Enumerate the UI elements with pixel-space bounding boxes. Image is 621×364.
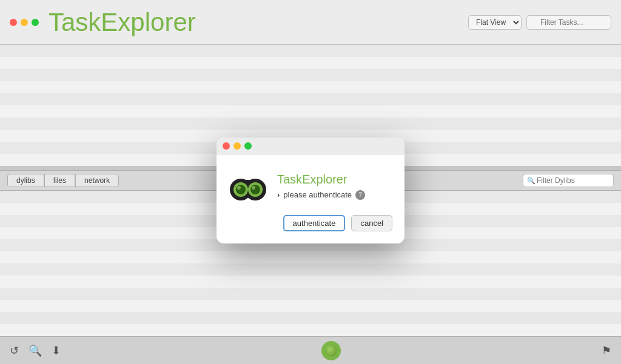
- tab-dylibs[interactable]: dylibs: [7, 174, 44, 187]
- modal-titlebar: [217, 137, 404, 154]
- tab-filter-icon: 🔍: [527, 177, 535, 185]
- app-center-icon[interactable]: [321, 341, 341, 360]
- stripe-row: [0, 117, 621, 130]
- modal-dialog: TaskExplorer › please authenticate ? aut…: [217, 137, 404, 243]
- stripe-row: [0, 276, 621, 288]
- search-icon[interactable]: 🔍: [29, 344, 42, 357]
- stripe-row: [0, 105, 621, 117]
- main-content: dylibs files network 🔍: [0, 45, 621, 336]
- stripe-row: [0, 81, 621, 93]
- stripe-row: [0, 45, 621, 57]
- app-title: TaskExplorer: [49, 8, 468, 37]
- stripe-row: [0, 57, 621, 69]
- svg-point-7: [237, 186, 241, 190]
- download-icon[interactable]: ⬇: [52, 344, 61, 357]
- filter-tasks-input[interactable]: [526, 15, 611, 30]
- titlebar: TaskExplorer Flat View 🔍: [0, 0, 621, 45]
- bottom-center: [61, 341, 602, 360]
- prompt-arrow-icon: ›: [277, 190, 280, 199]
- modal-name-accent: Explorer: [302, 173, 347, 186]
- modal-buttons: authenticate cancel: [229, 215, 392, 231]
- stripe-row: [0, 288, 621, 300]
- bottom-icons-left: ↺ 🔍 ⬇: [10, 344, 61, 357]
- stripe-row: [0, 263, 621, 276]
- modal-prompt: › please authenticate ?: [277, 190, 365, 200]
- authenticate-button[interactable]: authenticate: [283, 215, 346, 231]
- svg-point-5: [236, 185, 246, 194]
- close-button[interactable]: [10, 19, 17, 26]
- stripe-row: [0, 251, 621, 263]
- title-plain: Task: [49, 8, 101, 36]
- center-icon-inner: [325, 345, 337, 357]
- modal-window-controls: [223, 142, 252, 150]
- stripe-row: [0, 312, 621, 324]
- modal-minimize-button[interactable]: [233, 142, 241, 150]
- modal-maximize-button[interactable]: [244, 142, 252, 150]
- modal-text-col: TaskExplorer › please authenticate ?: [277, 173, 365, 200]
- view-select[interactable]: Flat View: [468, 15, 522, 30]
- search-top-wrap: 🔍: [526, 15, 611, 30]
- stripe-row: [0, 300, 621, 312]
- binoculars-icon: [229, 167, 267, 205]
- tab-files[interactable]: files: [44, 174, 75, 187]
- cancel-button[interactable]: cancel: [351, 215, 392, 231]
- stripe-row: [0, 324, 621, 336]
- help-icon[interactable]: ?: [355, 190, 365, 200]
- svg-point-6: [250, 185, 260, 194]
- minimize-button[interactable]: [21, 19, 28, 26]
- window-controls: [10, 19, 39, 26]
- modal-app-name: TaskExplorer: [277, 173, 365, 187]
- modal-close-button[interactable]: [223, 142, 230, 150]
- modal-top-row: TaskExplorer › please authenticate ?: [229, 167, 392, 205]
- title-accent: Explorer: [101, 8, 195, 36]
- flag-icon[interactable]: ⚑: [602, 344, 611, 357]
- tab-filter-wrap: 🔍: [523, 174, 614, 187]
- modal-body: TaskExplorer › please authenticate ? aut…: [217, 154, 404, 243]
- tab-network[interactable]: network: [75, 174, 119, 187]
- svg-point-8: [252, 186, 255, 190]
- stripe-row: [0, 69, 621, 81]
- stripe-row: [0, 93, 621, 105]
- tabs-group: dylibs files network: [7, 174, 119, 187]
- maximize-button[interactable]: [32, 19, 39, 26]
- refresh-icon[interactable]: ↺: [10, 344, 19, 357]
- modal-name-plain: Task: [277, 173, 302, 186]
- prompt-text: please authenticate: [283, 190, 352, 199]
- filter-dylibs-input[interactable]: [523, 174, 614, 187]
- toolbar-right: Flat View 🔍: [468, 15, 611, 30]
- bottom-bar: ↺ 🔍 ⬇ ⚑: [0, 336, 621, 364]
